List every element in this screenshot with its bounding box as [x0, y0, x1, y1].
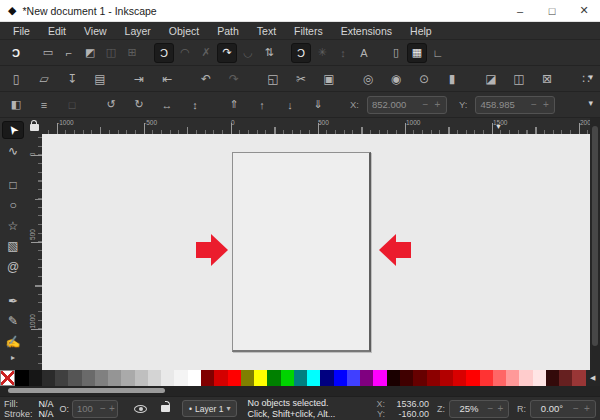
minus-stepper[interactable]: −	[487, 403, 494, 414]
File[interactable]: File	[4, 25, 39, 37]
canvas[interactable]	[42, 134, 590, 370]
tool-calligraphy[interactable]: ✍	[2, 333, 24, 351]
current-layer-dropdown[interactable]: • Layer 1 ▾	[182, 400, 237, 417]
ruler-corner[interactable]	[26, 118, 42, 134]
redo[interactable]: ↷	[224, 69, 244, 89]
layer-visibility-eye-icon[interactable]	[134, 405, 147, 413]
snap-line-midpoints[interactable]: ⇅	[259, 43, 279, 63]
snap-bbox-centers[interactable]: ⊞	[122, 43, 142, 63]
print-document[interactable]: ▤	[90, 69, 110, 89]
color-swatch[interactable]	[347, 370, 360, 386]
tool-pen[interactable]: ✒	[2, 292, 24, 310]
raise-to-top[interactable]: ⇑	[224, 95, 244, 115]
color-swatch[interactable]	[440, 370, 453, 386]
select-all[interactable]: ◧	[6, 95, 26, 115]
Object[interactable]: Object	[160, 25, 208, 37]
create-clone[interactable]: ◫	[509, 69, 529, 89]
plus-stepper[interactable]: +	[583, 403, 591, 414]
color-swatch[interactable]	[254, 370, 267, 386]
color-swatch[interactable]	[493, 370, 506, 386]
snap-bbox-edge-midpoints[interactable]: ◫	[101, 43, 121, 63]
layer-lock-icon[interactable]	[161, 405, 170, 412]
vertical-ruler[interactable]: 05001000	[26, 134, 42, 370]
color-swatch[interactable]	[427, 370, 440, 386]
export-image[interactable]: ⇤	[157, 69, 177, 89]
lower-to-bottom[interactable]: ⇓	[308, 95, 328, 115]
snap-paths[interactable]: ◠	[175, 43, 195, 63]
minus-stepper[interactable]: −	[529, 99, 538, 110]
vertical-scrollbar[interactable]	[590, 118, 600, 370]
color-swatch[interactable]	[267, 370, 280, 386]
left-arrow-head[interactable]	[211, 234, 228, 266]
selection-to-dots[interactable]: ∷	[576, 69, 596, 89]
color-swatch[interactable]	[188, 370, 201, 386]
color-swatch[interactable]	[506, 370, 519, 386]
color-swatch[interactable]	[533, 370, 546, 386]
rotation-field[interactable]: 0.00° − +	[530, 400, 596, 418]
color-swatch[interactable]	[29, 370, 42, 386]
vertical-scrollbar-thumb[interactable]	[592, 126, 598, 346]
save-document[interactable]: ↧	[62, 69, 82, 89]
color-swatch[interactable]	[0, 370, 15, 386]
y-coordinate-field[interactable]: 458.985 − +	[475, 96, 555, 114]
deselect[interactable]: □	[62, 95, 82, 115]
snap-bbox-corners[interactable]: ◩	[80, 43, 100, 63]
Help[interactable]: Help	[401, 25, 441, 37]
open-document[interactable]: ▱	[34, 69, 54, 89]
flip-horizontal[interactable]: ↔	[157, 95, 177, 115]
tool-ellipse[interactable]: ○	[2, 196, 24, 214]
plus-stepper[interactable]: +	[109, 403, 115, 414]
color-swatch[interactable]	[161, 370, 174, 386]
snap-smooth-nodes[interactable]: ◡	[238, 43, 258, 63]
color-swatch[interactable]	[307, 370, 320, 386]
Filters[interactable]: Filters	[285, 25, 332, 37]
color-swatch[interactable]	[15, 370, 28, 386]
tool-pencil[interactable]: ✎	[2, 312, 24, 330]
color-swatch[interactable]	[400, 370, 413, 386]
snap-guides[interactable]: ∟	[428, 43, 448, 63]
commands-overflow-icon[interactable]: ▾	[588, 72, 593, 82]
color-swatch[interactable]	[559, 370, 572, 386]
raise-one-step[interactable]: ↑	[252, 95, 272, 115]
color-swatch[interactable]	[214, 370, 227, 386]
minus-stepper[interactable]: −	[421, 99, 430, 110]
color-swatch[interactable]	[387, 370, 400, 386]
color-swatch[interactable]	[135, 370, 148, 386]
left-arrow-object[interactable]	[196, 242, 211, 258]
rotate-90-cw[interactable]: ↻	[129, 95, 149, 115]
tool-node-editor[interactable]: ∿	[2, 141, 24, 159]
flip-vertical[interactable]: ↕	[185, 95, 205, 115]
horizontal-ruler[interactable]: -1000-500050010001500200 ▼	[42, 118, 590, 134]
x-coordinate-field[interactable]: 852.000 − +	[367, 96, 447, 114]
snap-text-anchors[interactable]: ↕	[333, 43, 353, 63]
color-swatch[interactable]	[108, 370, 121, 386]
cut[interactable]: ✂	[291, 69, 311, 89]
snap-bbox-edges[interactable]: ⌐	[59, 43, 79, 63]
snap-object-centers[interactable]: Ɔ	[291, 43, 311, 63]
tool-selector[interactable]: ➤	[2, 121, 24, 139]
lower-one-step[interactable]: ↓	[280, 95, 300, 115]
horizontal-scrollbar-thumb[interactable]	[8, 388, 165, 393]
snap-bounding-box[interactable]: ▭	[38, 43, 58, 63]
color-swatch[interactable]	[294, 370, 307, 386]
right-arrow-head[interactable]	[379, 234, 396, 266]
zoom-to-page-width[interactable]: ▮	[442, 69, 462, 89]
snap-rotation-centers[interactable]: ✳	[312, 43, 332, 63]
color-swatch[interactable]	[480, 370, 493, 386]
plus-stepper[interactable]: +	[541, 99, 550, 110]
right-arrow-object[interactable]	[396, 242, 411, 258]
color-swatch[interactable]	[174, 370, 187, 386]
color-swatch[interactable]	[546, 370, 559, 386]
snap-cusp-nodes[interactable]: ↷	[217, 43, 237, 63]
View[interactable]: View	[75, 25, 116, 37]
zoom-field[interactable]: 25% − +	[449, 400, 509, 418]
zoom-to-selection[interactable]: ◎	[358, 69, 378, 89]
maximize-button[interactable]: □	[536, 0, 568, 21]
undo[interactable]: ↶	[196, 69, 216, 89]
color-swatch[interactable]	[334, 370, 347, 386]
snap-nodes-toggle[interactable]: Ɔ	[154, 43, 174, 63]
color-swatch[interactable]	[320, 370, 333, 386]
tool-spiral[interactable]: @	[2, 257, 24, 275]
tool-3d-box[interactable]: ▧	[2, 237, 24, 255]
Extensions[interactable]: Extensions	[332, 25, 401, 37]
